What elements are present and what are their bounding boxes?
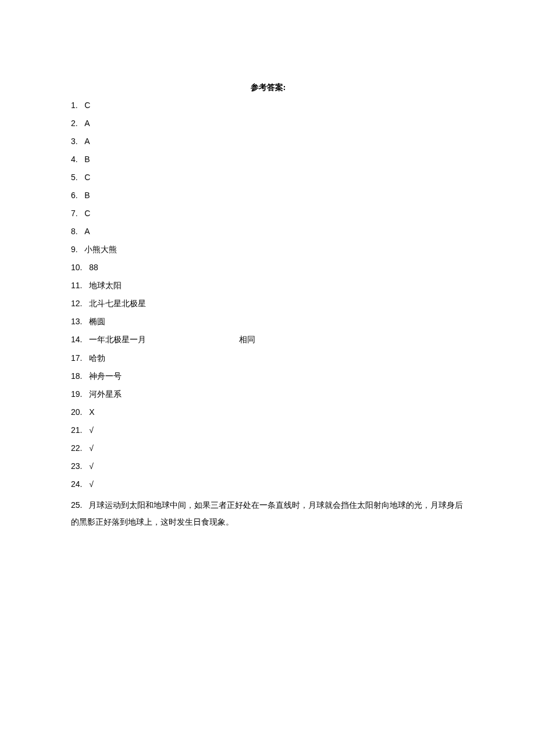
answer-number: 10. [71, 263, 82, 271]
answer-4: 4. B [71, 155, 465, 163]
answer-1: 1. C [71, 101, 465, 109]
answer-value: C [84, 101, 90, 110]
answer-value: 88 [89, 263, 98, 272]
answer-9: 9. 小熊大熊 [71, 245, 465, 253]
answer-number: 22. [71, 444, 82, 452]
answer-number: 11. [71, 281, 82, 289]
answer-19: 19. 河外星系 [71, 390, 465, 398]
page-title: 参考答案: [71, 83, 465, 93]
answer-value: √ [89, 443, 94, 453]
answer-number: 13. [71, 317, 82, 325]
answer-number: 17. [71, 354, 82, 362]
answer-value: 月球运动到太阳和地球中间，如果三者正好处在一条直线时，月球就会挡住太阳射向地球的… [71, 501, 463, 526]
answer-value: A [84, 137, 90, 146]
answer-number: 9. [71, 245, 78, 253]
document-page: 参考答案: 1. C 2. A 3. A 4. B 5. C 6. B 7. C… [0, 0, 535, 531]
answer-number: 5. [71, 173, 78, 181]
answer-number: 20. [71, 408, 82, 416]
answer-number: 19. [71, 390, 82, 398]
answer-value: 神舟一号 [89, 371, 122, 381]
answer-value: B [84, 191, 90, 200]
answer-number: 8. [71, 227, 78, 235]
answer-number: 2. [71, 119, 78, 127]
answer-10: 10. 88 [71, 263, 465, 271]
answer-2: 2. A [71, 119, 465, 127]
answer-3: 3. A [71, 137, 465, 145]
answer-value: C [84, 209, 90, 218]
answer-value: B [84, 155, 90, 164]
answer-22: 22. √ [71, 444, 465, 452]
answer-value: 河外星系 [89, 389, 122, 399]
answer-value: √ [89, 461, 94, 471]
answer-number: 4. [71, 155, 78, 163]
answer-number: 23. [71, 462, 82, 470]
answer-number: 21. [71, 426, 82, 434]
answer-value: 地球太阳 [89, 281, 122, 290]
answer-17: 17. 哈勃 [71, 354, 465, 362]
answer-11: 11. 地球太阳 [71, 281, 465, 289]
answer-value: X [89, 407, 94, 417]
answer-5: 5. C [71, 173, 465, 181]
answer-number: 3. [71, 137, 78, 145]
answer-value: 椭圆 [89, 317, 105, 326]
answer-value: 北斗七星北极星 [89, 299, 146, 308]
answer-6: 6. B [71, 191, 465, 199]
answer-13: 13. 椭圆 [71, 317, 465, 325]
answer-extra: 相同 [239, 336, 255, 344]
answer-number: 6. [71, 191, 78, 199]
answer-20: 20. X [71, 408, 465, 416]
answer-21: 21. √ [71, 426, 465, 434]
answer-value: 哈勃 [89, 353, 105, 363]
answer-number: 18. [71, 372, 82, 380]
answer-number: 24. [71, 480, 82, 488]
answer-number: 1. [71, 101, 78, 109]
answer-12: 12. 北斗七星北极星 [71, 299, 465, 307]
answer-8: 8. A [71, 227, 465, 235]
answer-value: √ [89, 425, 94, 435]
answer-23: 23. √ [71, 462, 465, 470]
answer-7: 7. C [71, 209, 465, 217]
answer-value: 小熊大熊 [84, 245, 117, 254]
answer-number: 25. [71, 500, 82, 510]
answer-value: C [84, 173, 90, 182]
answer-value: 一年北极星一月 [89, 335, 146, 344]
answer-number: 12. [71, 299, 82, 307]
answer-25: 25. 月球运动到太阳和地球中间，如果三者正好处在一条直线时，月球就会挡住太阳射… [71, 497, 465, 531]
answer-value: A [84, 227, 90, 236]
answer-value: A [84, 119, 90, 128]
answer-14: 14. 一年北极星一月相同 [71, 335, 465, 344]
answer-18: 18. 神舟一号 [71, 372, 465, 380]
answer-number: 14. [71, 335, 82, 343]
answer-value: √ [89, 479, 94, 489]
answer-number: 7. [71, 209, 78, 217]
answer-24: 24. √ [71, 480, 465, 488]
